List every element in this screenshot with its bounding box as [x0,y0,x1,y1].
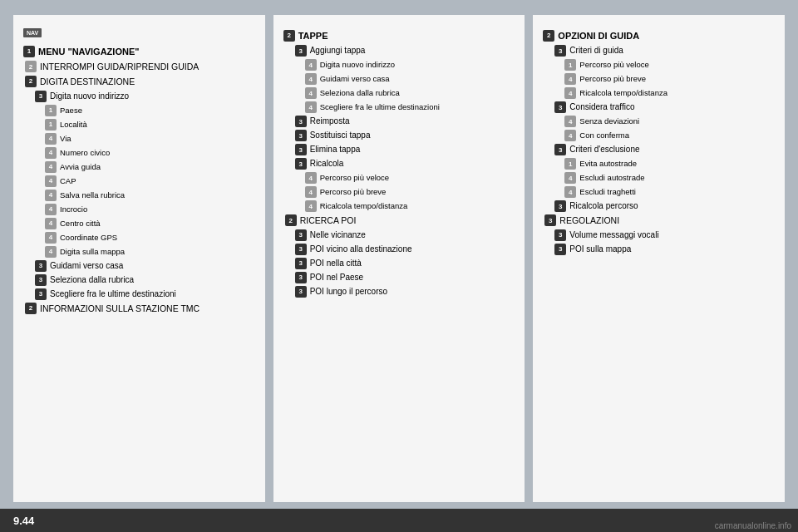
menu-item: 1Evita autostrade [543,158,775,170]
menu-item-text: Con conferma [579,130,775,140]
menu-item: 3Elimina tappa [283,144,515,155]
menu-item: 4Percorso più breve [283,186,515,198]
menu-item-text: Paese [60,105,255,116]
menu-item: 4Senza deviazioni [543,116,775,127]
menu-item-text: Senza deviazioni [579,116,775,126]
menu-badge: 3 [554,200,566,212]
menu-item-text: Scegliere fra le ultime destinazioni [50,288,255,300]
menu-item: 2RICERCA POI [283,214,515,227]
menu-badge: 4 [564,130,576,141]
menu-item: 4Con conferma [543,130,775,141]
menu-item-text: REGOLAZIONI [559,214,775,227]
menu-badge: 1 [23,46,35,57]
menu-badge: 3 [295,130,307,141]
menu-item-text: Percorso più breve [579,73,775,84]
menu-badge: 3 [544,214,556,226]
menu-item-text: Ricalcola tempo/distanza [579,87,775,98]
menu-badge: 1 [45,105,57,116]
menu-item: 2TAPPE [283,30,515,42]
menu-item-text: POI nella città [310,258,515,269]
menu-item-text: Considera traffico [569,101,775,113]
menu-item: 3Seleziona dalla rubrica [23,274,255,286]
menu-badge: 1 [45,119,57,131]
panel-tappe: 2TAPPE3Aggiungi tappa4Digita nuovo indir… [273,15,525,502]
menu-item-text: Reimposta [310,116,515,127]
menu-item-text: Guidami verso casa [320,73,515,84]
menu-badge: 4 [305,59,317,71]
menu-item-text: Escludi autostrade [579,172,775,183]
menu-badge: 4 [305,87,317,99]
menu-item-text: Elimina tappa [310,144,515,155]
menu-item: 4Via [23,133,255,145]
menu-item: 3Criteri d'esclusione [543,144,775,155]
menu-badge: 4 [564,73,576,85]
menu-badge: 4 [305,73,317,85]
menu-item: 3REGOLAZIONI [543,214,775,227]
menu-item: 4Digita sulla mappa [23,246,255,258]
menu-item: 4Coordinate GPS [23,232,255,244]
menu-item: 3Scegliere fra le ultime destinazioni [23,288,255,300]
menu-item-text: INFORMAZIONI SULLA STAZIONE TMC [40,303,255,315]
menu-item-text: POI vicino alla destinazione [310,244,515,255]
menu-item-text: Scegliere fra le ultime destinazioni [320,101,515,112]
menu-item-text: Percorso più veloce [579,59,775,70]
menu-badge: 3 [554,144,566,155]
menu-badge: 2 [25,61,37,72]
panel-opzioni: 2OPZIONI DI GUIDA3Criteri di guida1Perco… [533,15,785,502]
menu-item: 3POI lungo il percorso [283,286,515,298]
menu-item: 3Considera traffico [543,101,775,113]
menu-item-text: CAP [60,175,255,186]
menu-item-text: Criteri di guida [569,45,775,57]
bottom-bar: 9.44 carmanualonline.info [0,509,798,532]
menu-item: 3Volume messaggi vocali [543,229,775,241]
menu-item-text: OPZIONI DI GUIDA [558,30,775,42]
menu-item: 4Centro città [23,218,255,229]
page-number: 9.44 [13,515,34,527]
menu-item: 4Ricalcola tempo/distanza [543,87,775,99]
menu-badge: 3 [35,288,47,300]
menu-badge: 3 [295,144,307,155]
menu-item-text: TAPPE [298,30,515,42]
menu-item-text: MENU "NAVIGAZIONE" [38,46,255,58]
menu-item: 4Numero civico [23,147,255,159]
menu-item-text: DIGITA DESTINAZIONE [40,76,255,88]
menu-item-text: Coordinate GPS [60,232,255,243]
menu-item: 4Escludi autostrade [543,172,775,184]
menu-badge: 3 [295,286,307,298]
menu-item-text: Ricalcola [310,158,515,170]
menu-badge: 4 [45,190,57,201]
menu-item: 4Escludi traghetti [543,186,775,198]
menu-item: 4Avvia guida [23,161,255,173]
menu-item: 3Nelle vicinanze [283,229,515,241]
menu-item: 3Guidami verso casa [23,260,255,272]
menu-badge: 3 [35,274,47,286]
menu-item: 2INFORMAZIONI SULLA STAZIONE TMC [23,303,255,315]
menu-item: 4Seleziona dalla rubrica [283,87,515,99]
menu-item: 3POI vicino alla destinazione [283,244,515,255]
menu-item-text: Evita autostrade [579,158,775,169]
menu-badge: 2 [25,303,37,314]
menu-item-text: INTERROMPI GUIDA/RIPRENDI GUIDA [40,61,255,73]
menu-item: 3Digita nuovo indirizzo [23,91,255,102]
menu-item: 3Reimposta [283,116,515,127]
menu-badge: 3 [295,229,307,241]
menu-item-text: POI nel Paese [310,272,515,283]
menu-badge: 4 [305,200,317,212]
menu-badge: 4 [305,172,317,184]
menu-badge: 2 [285,214,297,226]
menu-item-text: Percorso più breve [320,186,515,197]
menu-badge: 4 [45,175,57,187]
menu-item: 1MENU "NAVIGAZIONE" [23,46,255,58]
menu-item-text: Salva nella rubrica [60,190,255,200]
menu-item: 4Scegliere fra le ultime destinazioni [283,101,515,113]
menu-item: 3Sostituisci tappa [283,130,515,141]
menu-item-text: Escludi traghetti [579,186,775,197]
menu-item-text: POI lungo il percorso [310,286,515,298]
nav-icon: NAV [23,27,255,42]
watermark: carmanualonline.info [715,521,791,530]
menu-item: 3POI sulla mappa [543,244,775,255]
panel-navigation: NAV 1MENU "NAVIGAZIONE"2INTERROMPI GUIDA… [13,15,265,502]
menu-item-text: Centro città [60,218,255,229]
menu-item: 3POI nella città [283,258,515,269]
menu-badge: 4 [45,232,57,244]
